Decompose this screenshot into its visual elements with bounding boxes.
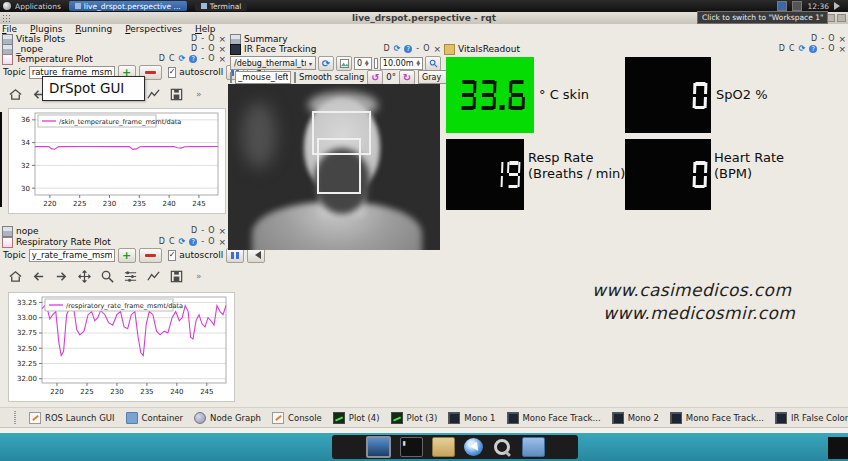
add-topic-button[interactable]: + bbox=[118, 248, 136, 263]
minimize-button[interactable]: - bbox=[201, 238, 204, 246]
zoom-icon[interactable] bbox=[100, 269, 115, 284]
mouse-topic-input[interactable] bbox=[235, 71, 291, 84]
detach-button[interactable]: D bbox=[159, 238, 165, 246]
restore-button[interactable]: O bbox=[828, 35, 834, 43]
config-button[interactable]: C bbox=[169, 55, 175, 63]
menu-file[interactable]: File bbox=[2, 24, 17, 34]
topic-input[interactable] bbox=[29, 249, 115, 262]
toolbar-grip[interactable] bbox=[14, 411, 16, 424]
line-style-icon[interactable] bbox=[146, 87, 161, 102]
panel-header-ir-face-tracking[interactable]: IR Face Tracking D⟳?-O× bbox=[230, 44, 441, 54]
restore-button[interactable]: O bbox=[208, 238, 214, 246]
detach-button[interactable]: D bbox=[191, 227, 197, 235]
autoscroll-checkbox[interactable]: ✓ bbox=[168, 67, 177, 78]
help-button[interactable]: ? bbox=[809, 45, 817, 53]
menu-plugins[interactable]: Plugins bbox=[30, 24, 62, 34]
plugin-button[interactable]: Mono 2 bbox=[612, 412, 659, 424]
detach-button[interactable]: D bbox=[779, 45, 785, 53]
minimize-button[interactable]: - bbox=[201, 45, 204, 53]
publish-click-checkbox[interactable] bbox=[230, 72, 232, 83]
close-button[interactable]: × bbox=[218, 238, 226, 246]
close-button[interactable] bbox=[837, 14, 846, 22]
refresh-button[interactable]: ⟳ bbox=[394, 45, 401, 53]
menu-perspectives[interactable]: Perspectives bbox=[125, 24, 182, 34]
workspace-1-switcher[interactable] bbox=[777, 1, 787, 11]
max-range-spinbox[interactable]: 10.00m▲▼ bbox=[380, 57, 423, 70]
menu-help[interactable]: Help bbox=[195, 24, 216, 34]
plugin-button[interactable]: ROS Launch GUI bbox=[29, 412, 115, 424]
restore-button[interactable]: O bbox=[208, 55, 214, 63]
applications-menu[interactable]: Applications bbox=[15, 2, 61, 11]
home-folder-icon[interactable] bbox=[432, 437, 455, 457]
home-icon[interactable] bbox=[8, 87, 23, 102]
plugin-button[interactable]: Console bbox=[272, 412, 322, 424]
minimize-button[interactable]: - bbox=[821, 35, 824, 43]
panel-header-temperature-plot[interactable]: Temperature Plot DC⟳?-O× bbox=[2, 54, 226, 64]
minimize-button[interactable]: - bbox=[416, 45, 419, 53]
volume-icon[interactable] bbox=[834, 2, 844, 10]
close-button[interactable]: × bbox=[433, 45, 441, 53]
refresh-button[interactable]: ⟳ bbox=[799, 45, 806, 53]
file-manager-icon[interactable] bbox=[522, 437, 545, 457]
panel-header-respiratory-plot[interactable]: Respiratory Rate Plot DC⟳?-O× bbox=[2, 237, 226, 247]
minimize-button[interactable]: - bbox=[201, 227, 204, 235]
panel-header-nope-bottom[interactable]: nope D-O× bbox=[2, 226, 226, 236]
save-icon[interactable] bbox=[169, 87, 184, 102]
home-icon[interactable] bbox=[8, 269, 23, 284]
forward-icon[interactable] bbox=[54, 269, 69, 284]
back-icon[interactable] bbox=[31, 269, 46, 284]
search-icon[interactable] bbox=[492, 438, 513, 456]
desktop-corner-icon[interactable] bbox=[828, 437, 848, 459]
save-icon[interactable] bbox=[169, 269, 184, 284]
refresh-button[interactable]: ⟳ bbox=[179, 238, 186, 246]
detach-button[interactable]: D bbox=[191, 45, 197, 53]
pan-icon[interactable] bbox=[77, 269, 92, 284]
zoom-spinbox[interactable]: 0▲▼ bbox=[354, 57, 372, 70]
save-image-button[interactable] bbox=[336, 56, 352, 71]
minimize-button[interactable]: - bbox=[201, 35, 204, 43]
restore-button[interactable]: O bbox=[423, 45, 429, 53]
rotate-right-button[interactable]: ↻ bbox=[399, 70, 415, 85]
configure-icon[interactable] bbox=[123, 269, 138, 284]
workspace-monitor-icon[interactable] bbox=[366, 436, 391, 458]
close-button[interactable]: × bbox=[838, 35, 846, 43]
config-button[interactable]: C bbox=[789, 45, 795, 53]
workspace-2-switcher[interactable] bbox=[792, 1, 802, 11]
plugin-button[interactable]: Mono Face Track... bbox=[670, 412, 764, 424]
plugin-button[interactable]: Mono Face Track... bbox=[507, 412, 601, 424]
rotate-left-button[interactable]: ↺ bbox=[367, 70, 383, 85]
plugin-button[interactable]: Container bbox=[126, 412, 184, 424]
restore-button[interactable]: O bbox=[828, 45, 834, 53]
minimize-button[interactable]: - bbox=[821, 45, 824, 53]
panel-header-vitals-plots[interactable]: Vitals Plots D-O× bbox=[2, 34, 226, 44]
remove-topic-button[interactable] bbox=[139, 248, 162, 263]
config-button[interactable]: C bbox=[169, 238, 175, 246]
image-topic-dropdown[interactable]: /debug_thermal_trac▾ bbox=[230, 56, 316, 70]
plugin-button[interactable]: IR False Color bbox=[775, 412, 848, 424]
close-button[interactable]: × bbox=[218, 45, 226, 53]
help-button[interactable]: ? bbox=[189, 238, 197, 246]
thermal-image[interactable] bbox=[228, 84, 440, 250]
taskbar-window-terminal[interactable]: Terminal bbox=[195, 1, 248, 11]
refresh-button[interactable]: ⟳ bbox=[179, 55, 186, 63]
panel-header-vitals-readout[interactable]: VitalsReadout DC⟳?-O× bbox=[444, 44, 846, 54]
panel-header-nope-top[interactable]: _nope D-O× bbox=[2, 44, 226, 54]
autoscroll-checkbox[interactable]: ✓ bbox=[168, 250, 177, 261]
help-button[interactable]: ? bbox=[189, 55, 197, 63]
restore-button[interactable]: O bbox=[208, 45, 214, 53]
minimize-button[interactable]: - bbox=[201, 55, 204, 63]
line-style-icon[interactable] bbox=[146, 269, 161, 284]
panel-header-summary[interactable]: Summary D-O× bbox=[230, 34, 846, 44]
toolbar-overflow[interactable]: » bbox=[196, 271, 202, 281]
grip-handle-icon[interactable] bbox=[2, 14, 12, 22]
plugin-button[interactable]: Node Graph bbox=[194, 412, 261, 424]
menu-running[interactable]: Running bbox=[75, 24, 112, 34]
plugin-button[interactable]: Plot (4) bbox=[333, 412, 380, 424]
magnify-image-button[interactable] bbox=[425, 56, 441, 71]
detach-button[interactable]: D bbox=[811, 35, 817, 43]
close-button[interactable]: × bbox=[838, 45, 846, 53]
plugin-button[interactable]: Plot (3) bbox=[391, 412, 438, 424]
terminal-icon[interactable] bbox=[400, 437, 423, 457]
refresh-topics-button[interactable]: ⟳ bbox=[318, 56, 334, 71]
close-button[interactable]: × bbox=[218, 227, 226, 235]
